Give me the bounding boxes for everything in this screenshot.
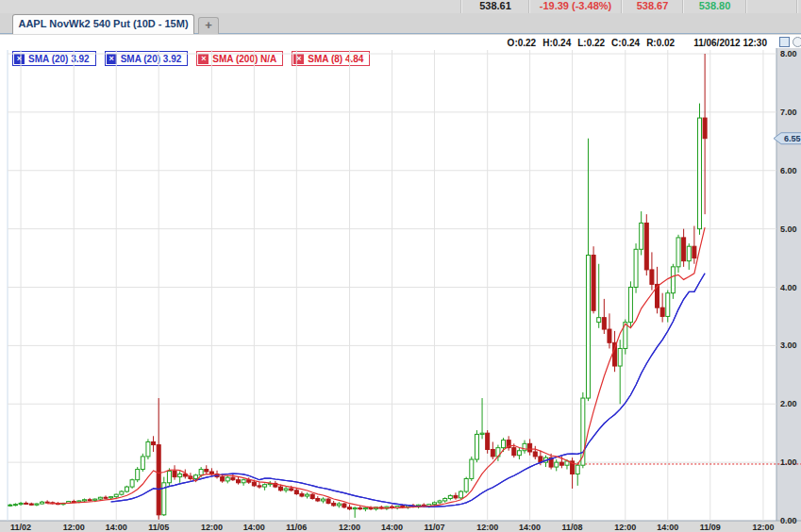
svg-text:11/06: 11/06 [286,523,307,532]
quote-strip: 538.61 -19.39 (-3.48%) 538.67 538.80 [0,0,801,13]
tab-chart-aapl-put[interactable]: AAPL NovWk2 540 Put (10D - 15M) [12,14,194,34]
svg-text:11/02: 11/02 [10,523,31,532]
chart-plot[interactable]: 0.001.002.003.004.005.006.007.008.0011/0… [0,35,801,532]
svg-text:6.55: 6.55 [784,134,801,143]
tab-bar: AAPL NovWk2 540 Put (10D - 15M) + [0,13,801,34]
svg-text:12:00: 12:00 [476,523,498,532]
svg-text:8.00: 8.00 [780,49,797,58]
svg-text:5.00: 5.00 [780,224,797,234]
svg-text:14:00: 14:00 [243,523,265,532]
gridlines [8,50,776,521]
svg-text:12:00: 12:00 [752,523,774,532]
trading-app: { "quote_strip": { "cells": [ {"text": "… [0,0,801,532]
svg-text:11/09: 11/09 [700,523,721,532]
sma-8-line [47,227,705,508]
svg-text:12:00: 12:00 [201,523,223,532]
sma-lines [47,227,705,508]
chart-panel: O:0.22H:0.24L:0.22C:0.24R:0.0211/06/2012… [0,35,801,532]
svg-text:1.00: 1.00 [780,457,797,467]
svg-text:12:00: 12:00 [63,523,85,532]
svg-text:14:00: 14:00 [519,523,541,532]
svg-text:14:00: 14:00 [381,523,403,532]
svg-text:11/08: 11/08 [562,523,583,532]
svg-text:6.00: 6.00 [780,166,797,175]
svg-text:11/05: 11/05 [148,523,169,532]
quote-last: 538.61 [460,0,529,13]
svg-text:12:00: 12:00 [339,523,360,532]
svg-text:12:00: 12:00 [614,523,636,532]
svg-text:0.00: 0.00 [780,516,797,525]
svg-text:2.00: 2.00 [780,399,797,408]
svg-text:11/07: 11/07 [424,523,444,532]
svg-text:7.00: 7.00 [780,108,797,117]
candles-layer [8,54,707,520]
quote-divider [796,0,797,13]
x-axis-labels: 11/0212:0014:0011/0512:0014:0011/0612:00… [10,523,774,532]
quote-bid: 538.67 [621,0,683,13]
svg-text:14:00: 14:00 [657,523,678,532]
quote-divider [745,0,746,13]
svg-text:14:00: 14:00 [106,523,127,532]
quote-change: -19.39 (-3.48%) [528,0,622,13]
add-tab-button[interactable]: + [198,17,219,34]
quote-ask: 538.80 [682,0,746,13]
svg-text:3.00: 3.00 [780,341,797,350]
svg-text:4.00: 4.00 [780,283,797,292]
